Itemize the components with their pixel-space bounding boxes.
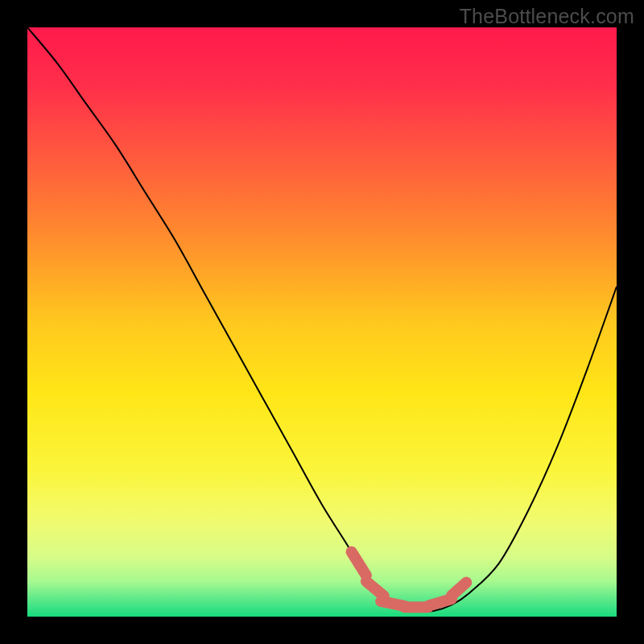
chart-frame: TheBottleneck.com	[0, 0, 644, 644]
watermark-text: TheBottleneck.com	[460, 5, 634, 28]
plot-svg	[27, 27, 617, 617]
plot-area	[27, 27, 617, 617]
marker-segment	[428, 599, 452, 606]
gradient-background	[27, 27, 617, 617]
